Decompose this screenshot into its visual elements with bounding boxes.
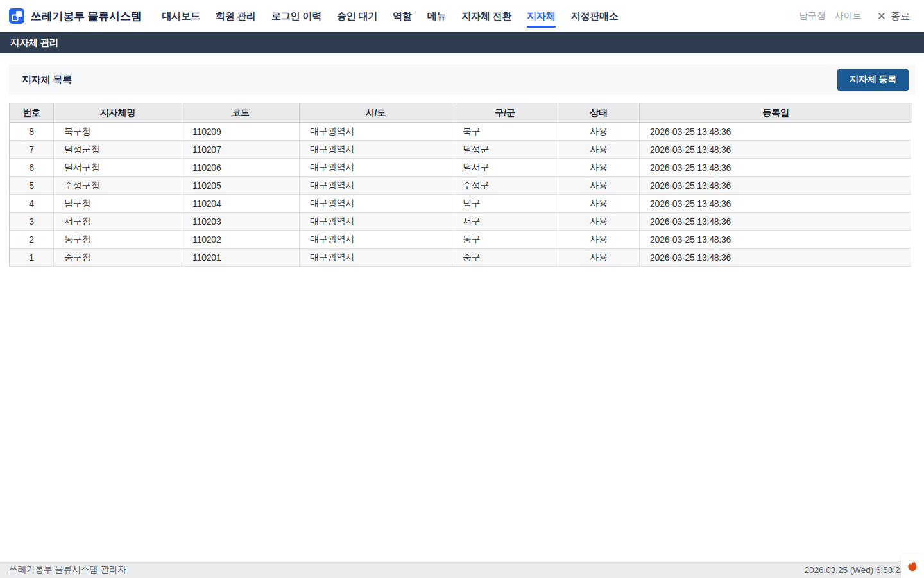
cell-name: 북구청 <box>54 123 182 141</box>
cell-no: 4 <box>10 195 54 213</box>
cell-status: 사용 <box>558 123 640 141</box>
column-header-0: 번호 <box>10 103 54 123</box>
table-row: 2동구청110202대구광역시동구사용2026-03-25 13:48:36 <box>10 231 912 249</box>
register-gov-button[interactable]: 지자체 등록 <box>837 69 909 91</box>
cell-name: 동구청 <box>54 231 182 249</box>
page-title: 지자체 관리 <box>10 37 58 49</box>
cell-no: 3 <box>10 213 54 231</box>
cell-gugun: 남구 <box>452 195 558 213</box>
table-row: 4남구청110204대구광역시남구사용2026-03-25 13:48:36 <box>10 195 912 213</box>
cell-status: 사용 <box>558 231 640 249</box>
top-navigation-bar: 쓰레기봉투 물류시스템 대시보드회원 관리로그인 이력승인 대기역할메뉴지자체 … <box>0 0 924 32</box>
brand[interactable]: 쓰레기봉투 물류시스템 <box>9 8 142 24</box>
cell-sido: 대구광역시 <box>300 213 452 231</box>
app-title: 쓰레기봉투 물류시스템 <box>31 9 142 24</box>
nav-item-2[interactable]: 로그인 이력 <box>264 0 329 32</box>
cell-code: 110205 <box>182 177 300 195</box>
cell-gugun: 서구 <box>452 213 558 231</box>
cell-status: 사용 <box>558 213 640 231</box>
cell-status: 사용 <box>558 249 640 267</box>
nav-item-5[interactable]: 메뉴 <box>420 0 454 32</box>
cell-code: 110202 <box>182 231 300 249</box>
nav-item-3[interactable]: 승인 대기 <box>329 0 385 32</box>
table-row: 8북구청110209대구광역시북구사용2026-03-25 13:48:36 <box>10 123 912 141</box>
cell-sido: 대구광역시 <box>300 159 452 177</box>
cell-name: 중구청 <box>54 249 182 267</box>
app-logo-icon <box>9 8 24 24</box>
cell-gugun: 수성구 <box>452 177 558 195</box>
nav-item-8[interactable]: 지정판매소 <box>563 0 626 32</box>
cell-regdate: 2026-03-25 13:48:36 <box>640 231 912 249</box>
column-header-1: 지자체명 <box>54 103 182 123</box>
cell-code: 110206 <box>182 159 300 177</box>
cell-gugun: 중구 <box>452 249 558 267</box>
gov-table-wrap: 번호지자체명코드시/도구/군상태등록일 8북구청110209대구광역시북구사용2… <box>9 103 912 267</box>
cell-status: 사용 <box>558 195 640 213</box>
list-title: 지자체 목록 <box>15 74 72 86</box>
table-row: 5수성구청110205대구광역시수성구사용2026-03-25 13:48:36 <box>10 177 912 195</box>
cell-sido: 대구광역시 <box>300 231 452 249</box>
nav-item-4[interactable]: 역할 <box>385 0 420 32</box>
cell-no: 1 <box>10 249 54 267</box>
cell-code: 110207 <box>182 141 300 159</box>
cell-sido: 대구광역시 <box>300 249 452 267</box>
column-header-4: 구/군 <box>452 103 558 123</box>
column-header-3: 시/도 <box>300 103 452 123</box>
cell-status: 사용 <box>558 177 640 195</box>
cell-sido: 대구광역시 <box>300 141 452 159</box>
cell-name: 달성군청 <box>54 141 182 159</box>
cell-gugun: 북구 <box>452 123 558 141</box>
footer-datetime: 2026.03.25 (Wed) 6:58:21 <box>804 565 905 575</box>
exit-button[interactable]: ✕ 종료 <box>877 10 910 22</box>
cell-code: 110201 <box>182 249 300 267</box>
page-header-bar: 지자체 관리 <box>0 32 924 53</box>
site-link[interactable]: 사이트 <box>835 10 862 22</box>
cell-sido: 대구광역시 <box>300 177 452 195</box>
nav-item-6[interactable]: 지자체 전환 <box>454 0 519 32</box>
cell-no: 7 <box>10 141 54 159</box>
cell-regdate: 2026-03-25 13:48:36 <box>640 177 912 195</box>
footer-bar: 쓰레기봉투 물류시스템 관리자 2026.03.25 (Wed) 6:58:21 <box>0 561 924 578</box>
table-row: 3서구청110203대구광역시서구사용2026-03-25 13:48:36 <box>10 213 912 231</box>
current-org-label: 남구청 <box>799 10 826 22</box>
header-row: 번호지자체명코드시/도구/군상태등록일 <box>10 103 912 123</box>
cell-no: 2 <box>10 231 54 249</box>
debug-toolbar-flame-icon[interactable] <box>901 554 924 578</box>
cell-status: 사용 <box>558 141 640 159</box>
gov-table-head: 번호지자체명코드시/도구/군상태등록일 <box>10 103 912 123</box>
cell-regdate: 2026-03-25 13:48:36 <box>640 249 912 267</box>
cell-name: 서구청 <box>54 213 182 231</box>
cell-sido: 대구광역시 <box>300 123 452 141</box>
cell-name: 남구청 <box>54 195 182 213</box>
cell-code: 110203 <box>182 213 300 231</box>
cell-regdate: 2026-03-25 13:48:36 <box>640 123 912 141</box>
nav-item-1[interactable]: 회원 관리 <box>208 0 264 32</box>
table-row: 6달서구청110206대구광역시달서구사용2026-03-25 13:48:36 <box>10 159 912 177</box>
cell-regdate: 2026-03-25 13:48:36 <box>640 141 912 159</box>
cell-code: 110204 <box>182 195 300 213</box>
cell-gugun: 달성군 <box>452 141 558 159</box>
cell-sido: 대구광역시 <box>300 195 452 213</box>
table-row: 1중구청110201대구광역시중구사용2026-03-25 13:48:36 <box>10 249 912 267</box>
cell-code: 110209 <box>182 123 300 141</box>
cell-no: 6 <box>10 159 54 177</box>
cell-no: 8 <box>10 123 54 141</box>
list-toolbar: 지자체 목록 지자체 등록 <box>9 64 915 95</box>
column-header-5: 상태 <box>558 103 640 123</box>
gov-table: 번호지자체명코드시/도구/군상태등록일 8북구청110209대구광역시북구사용2… <box>9 103 912 267</box>
cell-regdate: 2026-03-25 13:48:36 <box>640 213 912 231</box>
table-row: 7달성군청110207대구광역시달성군사용2026-03-25 13:48:36 <box>10 141 912 159</box>
topbar-right: 남구청 사이트 ✕ 종료 <box>799 10 910 22</box>
cell-gugun: 동구 <box>452 231 558 249</box>
cell-gugun: 달서구 <box>452 159 558 177</box>
cell-regdate: 2026-03-25 13:48:36 <box>640 195 912 213</box>
cell-name: 수성구청 <box>54 177 182 195</box>
cell-no: 5 <box>10 177 54 195</box>
nav-item-0[interactable]: 대시보드 <box>155 0 208 32</box>
nav-item-7[interactable]: 지자체 <box>519 0 563 32</box>
main-nav: 대시보드회원 관리로그인 이력승인 대기역할메뉴지자체 전환지자체지정판매소 <box>155 0 626 32</box>
cell-regdate: 2026-03-25 13:48:36 <box>640 159 912 177</box>
column-header-6: 등록일 <box>640 103 912 123</box>
column-header-2: 코드 <box>182 103 300 123</box>
footer-admin-label: 쓰레기봉투 물류시스템 관리자 <box>9 564 126 575</box>
